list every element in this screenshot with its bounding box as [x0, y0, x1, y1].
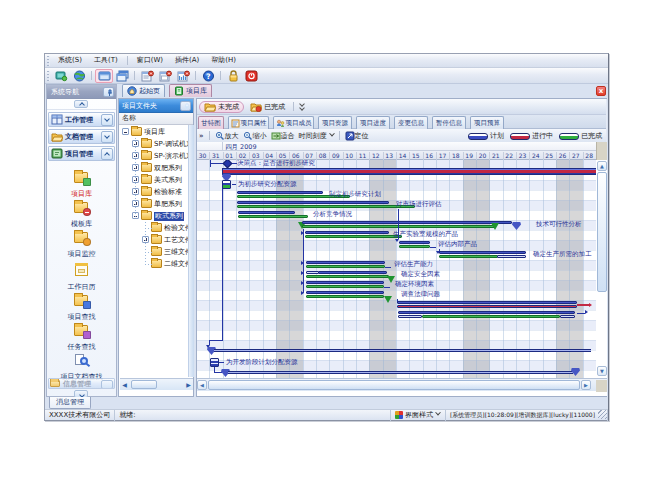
gantt-task-icon[interactable] [222, 180, 231, 189]
menu-工具(T)[interactable]: 工具(T) [88, 54, 124, 67]
tree-item-检验文件[interactable]: 检验文件 [119, 222, 190, 234]
gantt-bar-plan[interactable] [399, 241, 430, 244]
tree-hscrollbar[interactable]: ◀ ▶ [120, 378, 193, 390]
gantt-bar-plan[interactable] [397, 301, 577, 304]
menu-帮助(H)[interactable]: 帮助(H) [205, 54, 242, 67]
menu-插件(A)[interactable]: 插件(A) [169, 54, 205, 67]
gantt-hscrollbar[interactable]: ◀ ▶ [196, 378, 607, 391]
gantt-bar-plan[interactable] [305, 231, 389, 234]
menubar-grip[interactable] [47, 56, 50, 66]
toolbar-overflow-button[interactable]: » [199, 132, 204, 140]
time-scale-dropdown[interactable]: 时间刻度 [299, 131, 334, 141]
report-alert-icon[interactable] [174, 69, 192, 83]
gantt-tab-项目资源[interactable]: 项目资源 [318, 116, 352, 129]
window-alert-icon[interactable] [156, 69, 174, 83]
gantt-bar-complete[interactable] [306, 275, 389, 278]
gantt-summary-bar[interactable] [222, 168, 596, 175]
gantt-tab-项目属性[interactable]: 项目属性 [228, 116, 269, 129]
gantt-bar-plan[interactable] [306, 261, 385, 264]
gantt-tab-变更信息[interactable]: 变更信息 [394, 116, 428, 129]
gantt-bar-plan[interactable] [398, 311, 575, 314]
tree-item-双肥系列[interactable]: 双肥系列 [119, 162, 190, 174]
gantt-bar-plan[interactable] [398, 315, 422, 318]
gantt-bar-complete[interactable] [439, 255, 498, 258]
resize-grip[interactable] [598, 410, 607, 419]
filter-未完成[interactable]: 未完成 [199, 101, 244, 113]
sidebar-item-工作日历[interactable]: 工作日历 [48, 262, 115, 292]
sidebar-item-任务查找[interactable]: 任务查找 [48, 322, 115, 352]
sidebar-item-项目库[interactable]: 项目库 [48, 169, 115, 199]
gantt-bar-plan[interactable] [560, 315, 575, 318]
gantt-bar-plan[interactable] [237, 191, 323, 194]
gantt-tab-暂停信息[interactable]: 暂停信息 [432, 116, 466, 129]
gantt-bar-complete[interactable] [306, 295, 384, 298]
chevron-up-icon[interactable] [101, 148, 113, 160]
gantt-bar-plan[interactable] [238, 211, 295, 214]
tree-item-美式系列[interactable]: 美式系列 [119, 174, 190, 186]
gantt-bar-complete[interactable] [306, 285, 384, 288]
tree-item-检验标准[interactable]: 检验标准 [119, 186, 190, 198]
style-dropdown[interactable]: 界面样式 [390, 410, 446, 421]
chevron-icon[interactable] [101, 380, 113, 389]
close-icon[interactable]: x [596, 86, 606, 96]
gantt-tab-项目进度[interactable]: 项目进度 [356, 116, 390, 129]
tree-item-单肥系列[interactable]: 单肥系列 [119, 198, 190, 210]
chevron-down-icon[interactable] [101, 131, 113, 143]
tree-item-三维文件[interactable]: 三维文件 [119, 246, 190, 258]
tree-column-header[interactable]: 名称 [119, 113, 193, 125]
lock-icon[interactable] [224, 69, 242, 83]
sidebar-group-bottom[interactable]: 信息管理 [48, 378, 115, 389]
tree-item-项目库[interactable]: 项目库 [119, 126, 190, 138]
help-icon[interactable]: ? [199, 69, 217, 83]
doc-tab-项目库[interactable]: 项目库 [169, 84, 212, 97]
gantt-bar-plan[interactable] [306, 291, 384, 294]
tree-item-SP-调试机系[interactable]: SP-调试机系 [119, 138, 190, 150]
connect-icon[interactable] [52, 69, 70, 83]
gantt-bar-complete[interactable] [305, 235, 402, 238]
locate-button[interactable]: 定位 [345, 131, 369, 141]
gantt-bar-plan[interactable] [302, 221, 512, 224]
pin-icon[interactable] [103, 87, 114, 97]
scroll-right-icon[interactable]: ▶ [184, 380, 193, 390]
gantt-bar-complete[interactable] [422, 315, 560, 318]
gantt-bar-complete[interactable] [237, 205, 415, 208]
tab-message-manage[interactable]: 消息管理 [49, 397, 91, 409]
gantt-bar-plan[interactable] [318, 271, 387, 274]
tree-item-工艺文件[interactable]: 工艺文件 [119, 234, 190, 246]
gantt-bar-plan[interactable] [306, 281, 384, 284]
globe-icon[interactable] [70, 69, 88, 83]
scroll-left-icon[interactable]: ◀ [120, 380, 129, 390]
tree-expander-icon[interactable] [122, 128, 129, 135]
tree-item-SP-演示机系[interactable]: SP-演示机系 [119, 150, 190, 162]
gantt-chart-body[interactable]: 决策点：是否进行初步研究为初步研究分配资源制定初步研究计划对市场进行评估分析竞争… [196, 160, 596, 378]
doc-tab-起始页[interactable]: 起始页 [122, 84, 165, 97]
menu-窗口(W)[interactable]: 窗口(W) [131, 54, 169, 67]
gantt-bar-plan[interactable] [497, 255, 526, 258]
tree-item-欧式系列[interactable]: 欧式系列 [119, 210, 190, 222]
folder-window-icon[interactable] [95, 69, 113, 83]
chevron-double-down-icon[interactable] [298, 102, 306, 111]
cascade-window-icon[interactable] [113, 69, 131, 83]
sidebar-group-工作管理[interactable]: 工作管理 [48, 112, 115, 127]
fit-button[interactable]: 适合 [271, 131, 295, 141]
gantt-tab-项目预算[interactable]: 项目预算 [470, 116, 504, 129]
tree-splitter[interactable] [188, 125, 194, 377]
gantt-vscrollbar[interactable]: ▲ ▼ [596, 142, 607, 378]
gantt-bar-complete[interactable] [238, 215, 308, 218]
tree-item-二维文件[interactable]: 二维文件 [119, 258, 190, 270]
scroll-up-icon[interactable]: ▲ [597, 161, 607, 171]
zoom-in-button[interactable]: 放大 [215, 131, 239, 141]
gantt-tab-甘特图[interactable]: 甘特图 [198, 116, 224, 129]
sidebar-item-项目查找[interactable]: 项目查找 [48, 292, 115, 322]
pin-icon[interactable] [180, 101, 191, 111]
gantt-bar-plan[interactable] [439, 251, 526, 254]
scroll-left-icon[interactable]: ◀ [197, 380, 207, 390]
task-alert-icon[interactable] [138, 69, 156, 83]
toolbar-grip[interactable] [47, 71, 50, 81]
zoom-out-button[interactable]: 缩小 [243, 131, 267, 141]
gantt-tab-项目成员[interactable]: 项目成员 [273, 116, 314, 129]
sidebar-group-文档管理[interactable]: 文档管理 [48, 129, 115, 144]
gantt-task-icon[interactable] [210, 358, 219, 367]
gantt-bar-plan[interactable] [237, 201, 389, 204]
sidebar-group-项目管理[interactable]: 项目管理 [48, 146, 115, 161]
